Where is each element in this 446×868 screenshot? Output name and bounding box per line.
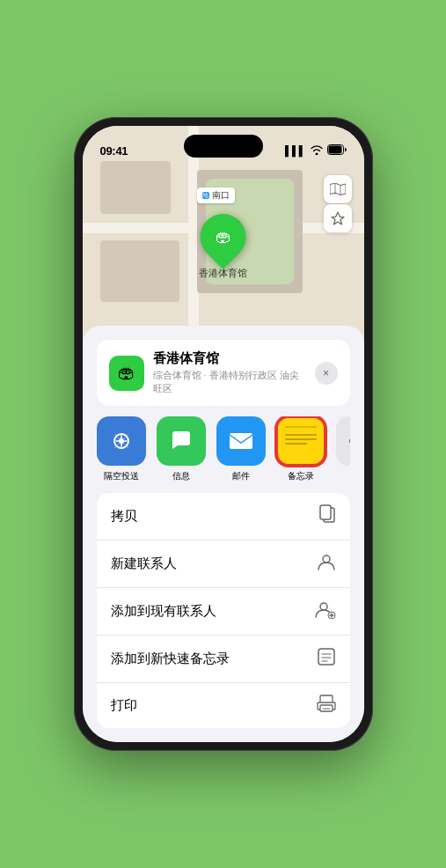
messages-icon: [157, 416, 206, 466]
map-controls: [324, 175, 352, 232]
bottom-sheet: 🏟 香港体育馆 综合体育馆 · 香港特别行政区 油尖旺区 ×: [83, 326, 364, 742]
svg-point-10: [323, 555, 330, 563]
location-name: 香港体育馆: [153, 350, 306, 367]
dynamic-island: [184, 135, 263, 158]
wifi-icon: [311, 144, 323, 157]
phone-frame: 09:41 ▌▌▌: [74, 117, 373, 751]
messages-label: 信息: [172, 470, 190, 482]
map-label: 地 南口: [197, 188, 235, 203]
print-icon: [317, 695, 336, 717]
action-quick-note[interactable]: 添加到新快速备忘录: [97, 636, 350, 683]
notes-label: 备忘录: [288, 470, 314, 482]
map-block-1: [100, 161, 171, 214]
location-description: 综合体育馆 · 香港特别行政区 油尖旺区: [153, 369, 306, 395]
map-label-icon: 地: [202, 192, 209, 199]
action-new-contact-label: 新建联系人: [111, 555, 177, 572]
location-button[interactable]: [324, 204, 352, 232]
mail-icon: [216, 416, 266, 466]
share-item-airdrop[interactable]: 隔空投送: [97, 416, 146, 482]
action-print[interactable]: 打印: [97, 683, 350, 728]
location-info: 香港体育馆 综合体育馆 · 香港特别行政区 油尖旺区: [153, 350, 306, 395]
share-item-messages[interactable]: 信息: [157, 416, 206, 482]
stadium-pin: 🏟: [191, 204, 256, 269]
action-new-contact[interactable]: 新建联系人: [97, 541, 350, 588]
close-icon: ×: [323, 367, 329, 379]
share-row: 隔空投送 信息: [97, 416, 350, 482]
svg-point-5: [349, 438, 350, 444]
status-icons: ▌▌▌: [285, 144, 346, 157]
location-venue-icon: 🏟: [109, 356, 144, 391]
battery-icon: [327, 144, 347, 157]
map-type-button[interactable]: [324, 175, 352, 203]
svg-rect-14: [320, 695, 333, 702]
add-contact-icon: [315, 600, 336, 623]
stadium-pin-icon: 🏟: [216, 228, 231, 246]
action-print-label: 打印: [111, 697, 137, 714]
phone-screen: 09:41 ▌▌▌: [83, 126, 364, 742]
location-header: 🏟 香港体育馆 综合体育馆 · 香港特别行政区 油尖旺区 ×: [97, 340, 350, 406]
svg-rect-9: [320, 505, 331, 519]
action-copy[interactable]: 拷贝: [97, 493, 350, 541]
signal-icon: ▌▌▌: [285, 145, 305, 156]
action-list: 拷贝 新建联系人: [97, 493, 350, 728]
action-add-existing-contact[interactable]: 添加到现有联系人: [97, 588, 350, 636]
quick-note-icon: [317, 647, 336, 671]
share-item-notes[interactable]: 备忘录: [276, 416, 325, 482]
close-button[interactable]: ×: [315, 362, 338, 385]
status-time: 09:41: [100, 144, 128, 158]
airdrop-label: 隔空投送: [104, 470, 139, 482]
notes-icon: [276, 416, 325, 466]
copy-icon: [318, 504, 336, 528]
svg-rect-4: [230, 433, 252, 449]
stadium-marker: 🏟 香港体育馆: [199, 214, 247, 280]
svg-point-11: [320, 603, 327, 610]
new-contact-icon: [317, 552, 336, 576]
action-copy-label: 拷贝: [111, 508, 137, 525]
share-item-mail[interactable]: 邮件: [216, 416, 266, 482]
svg-rect-13: [318, 649, 334, 665]
svg-rect-1: [328, 146, 341, 154]
map-block-3: [100, 240, 179, 302]
mail-label: 邮件: [232, 470, 250, 482]
action-quick-note-label: 添加到新快速备忘录: [111, 651, 230, 667]
action-add-existing-label: 添加到现有联系人: [111, 603, 216, 620]
more-icon: [336, 416, 350, 466]
airdrop-icon: [97, 416, 146, 466]
share-item-more[interactable]: 推: [336, 416, 350, 482]
map-label-text: 南口: [212, 189, 230, 202]
